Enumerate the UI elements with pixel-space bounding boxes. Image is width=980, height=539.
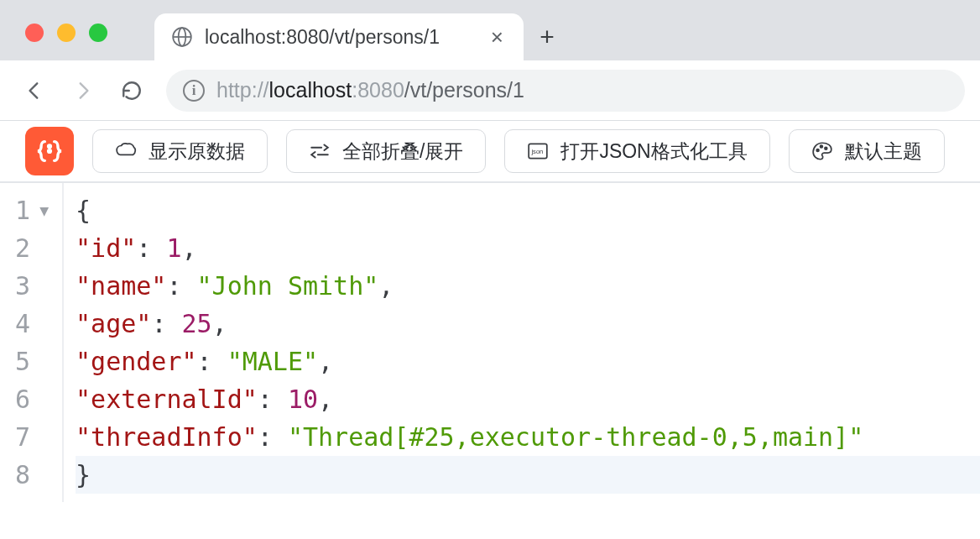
code-line: } bbox=[76, 456, 980, 494]
line-number: 3 bbox=[15, 267, 49, 305]
line-number: 8 bbox=[15, 456, 49, 494]
show-raw-label: 显示原数据 bbox=[149, 139, 245, 165]
url-port: :8080 bbox=[352, 78, 404, 102]
open-formatter-button[interactable]: json 打开JSON格式化工具 bbox=[504, 129, 769, 173]
code-line: "id": 1, bbox=[76, 229, 980, 267]
address-bar[interactable]: i http://localhost:8080/vt/persons/1 bbox=[166, 70, 965, 112]
maximize-window-button[interactable] bbox=[89, 24, 107, 42]
code-line: "gender": "MALE", bbox=[76, 343, 980, 380]
titlebar: localhost:8080/vt/persons/1 × + bbox=[0, 0, 980, 60]
site-info-icon[interactable]: i bbox=[183, 80, 205, 102]
line-number: 2 bbox=[15, 229, 49, 267]
svg-point-3 bbox=[49, 150, 51, 153]
code-area[interactable]: { "id": 1, "name": "John Smith", "age": … bbox=[64, 183, 980, 502]
svg-text:json: json bbox=[531, 148, 544, 155]
code-line: "threadInfo": "Thread[#25,executor-threa… bbox=[76, 418, 980, 456]
forward-button[interactable] bbox=[64, 71, 102, 110]
minimize-window-button[interactable] bbox=[57, 24, 76, 42]
json-viewer: 1▼ 2 3 4 5 6 7 8 { "id": 1, "name": "Joh… bbox=[0, 183, 980, 502]
code-line: "age": 25, bbox=[76, 305, 980, 343]
url-host: localhost bbox=[269, 78, 352, 102]
close-window-button[interactable] bbox=[25, 24, 44, 42]
extension-toolbar: 显示原数据 全部折叠/展开 json 打开JSON格式化工具 默认主题 bbox=[0, 121, 980, 183]
globe-icon bbox=[171, 26, 193, 48]
code-line: "externalId": 10, bbox=[76, 380, 980, 418]
line-number: 7 bbox=[15, 418, 49, 456]
nav-toolbar: i http://localhost:8080/vt/persons/1 bbox=[0, 60, 980, 121]
theme-label: 默认主题 bbox=[845, 139, 922, 165]
address-url: http://localhost:8080/vt/persons/1 bbox=[216, 78, 524, 102]
code-line: { bbox=[76, 191, 980, 229]
url-protocol: http:// bbox=[216, 78, 269, 102]
open-formatter-label: 打开JSON格式化工具 bbox=[560, 139, 747, 165]
line-number: 5 bbox=[15, 343, 49, 380]
line-number: 6 bbox=[15, 380, 49, 418]
tabstrip: localhost:8080/vt/persons/1 × + bbox=[154, 0, 571, 60]
code-line: "name": "John Smith", bbox=[76, 267, 980, 305]
line-gutter: 1▼ 2 3 4 5 6 7 8 bbox=[0, 183, 64, 502]
browser-tab[interactable]: localhost:8080/vt/persons/1 × bbox=[154, 13, 524, 60]
svg-point-11 bbox=[825, 147, 827, 149]
line-number: 4 bbox=[15, 305, 49, 343]
svg-point-10 bbox=[820, 145, 822, 148]
close-tab-button[interactable]: × bbox=[486, 26, 508, 48]
window-controls bbox=[25, 24, 107, 42]
reload-button[interactable] bbox=[112, 71, 151, 110]
tab-title: localhost:8080/vt/persons/1 bbox=[205, 26, 474, 49]
url-path: /vt/persons/1 bbox=[404, 78, 524, 102]
fold-toggle-icon[interactable]: ▼ bbox=[37, 199, 49, 222]
show-raw-button[interactable]: 显示原数据 bbox=[92, 129, 268, 173]
json-extension-icon[interactable] bbox=[25, 127, 74, 175]
svg-point-4 bbox=[49, 145, 51, 148]
new-tab-button[interactable]: + bbox=[524, 13, 571, 60]
svg-point-9 bbox=[816, 149, 819, 152]
theme-button[interactable]: 默认主题 bbox=[789, 129, 945, 173]
line-number: 1▼ bbox=[15, 191, 49, 229]
fold-all-button[interactable]: 全部折叠/展开 bbox=[286, 129, 486, 173]
back-button[interactable] bbox=[15, 71, 54, 110]
fold-all-label: 全部折叠/展开 bbox=[342, 139, 463, 165]
